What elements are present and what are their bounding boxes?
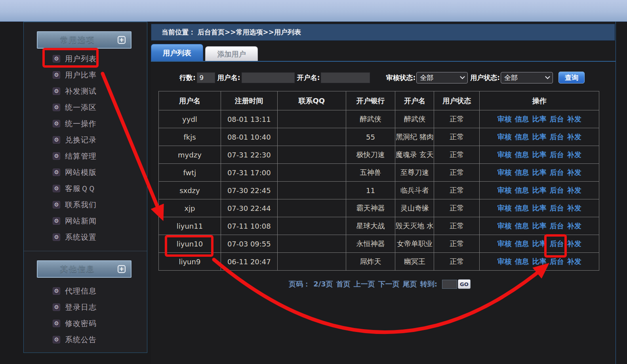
account-input[interactable] (321, 72, 370, 83)
reissue-link[interactable]: 补发 (567, 168, 581, 176)
backend-link[interactable]: 后台 (550, 115, 564, 123)
sidebar-item-change-password[interactable]: ⚙ 修改密码 (24, 315, 147, 332)
sidebar-item-login-log[interactable]: ⚙ 登录日志 (24, 299, 147, 315)
sidebar-item-service-qq[interactable]: ⚙ 客服ＱＱ (24, 180, 147, 197)
ratio-link[interactable]: 比率 (532, 239, 547, 248)
cell-qq (277, 217, 346, 235)
search-button[interactable]: 查询 (558, 72, 585, 83)
goto-page-input[interactable] (442, 280, 457, 289)
plus-icon[interactable]: + (118, 265, 126, 273)
info-link[interactable]: 信息 (515, 133, 529, 141)
info-link[interactable]: 信息 (515, 115, 529, 123)
reissue-link[interactable]: 补发 (567, 239, 581, 248)
backend-link[interactable]: 后台 (550, 204, 564, 212)
sidebar-item-reissue-test[interactable]: ⚙ 补发测试 (24, 83, 147, 99)
backend-link[interactable]: 后台 (550, 150, 564, 159)
audit-status-select[interactable]: 全部 (416, 72, 468, 83)
cell-qq (277, 235, 346, 253)
ratio-link[interactable]: 比率 (532, 186, 547, 194)
cell-status: 正常 (434, 253, 480, 271)
tab-user-list[interactable]: 用户列表 (151, 44, 203, 61)
sidebar-item-system-notice[interactable]: ⚙ 系统公告 (24, 332, 147, 348)
sidebar-list-other: ⚙ 代理信息 ⚙ 登录日志 ⚙ 修改密码 ⚙ 系统公告 (24, 283, 147, 348)
cell-reg-time: 08-01 10:40 (221, 128, 277, 146)
ratio-link[interactable]: 比率 (532, 257, 547, 265)
tab-add-user[interactable]: 添加用户 (205, 46, 258, 61)
ratio-link[interactable]: 比率 (532, 204, 547, 212)
backend-link[interactable]: 后台 (550, 186, 564, 194)
sidebar-section-common-options[interactable]: 常用选项 + (37, 31, 131, 49)
cell-status: 正常 (434, 128, 480, 146)
cell-reg-time: 07-03 09:55 (221, 235, 277, 253)
info-link[interactable]: 信息 (515, 150, 529, 159)
prev-page-link[interactable]: 上一页 (354, 279, 375, 289)
sidebar-section-other-info[interactable]: 其他信息 + (37, 260, 131, 278)
sidebar-item-system-settings[interactable]: ⚙ 系统设置 (24, 229, 147, 245)
cell-actions: 审核信息比率后台补发 (480, 217, 599, 235)
last-page-link[interactable]: 尾页 (403, 279, 417, 289)
reissue-link[interactable]: 补发 (567, 186, 581, 194)
ratio-link[interactable]: 比率 (532, 115, 547, 123)
username-input[interactable] (242, 72, 295, 83)
info-link[interactable]: 信息 (515, 257, 529, 265)
plus-icon[interactable]: + (118, 36, 126, 44)
info-link[interactable]: 信息 (515, 239, 529, 248)
sidebar-item-unified-add-zone[interactable]: ⚙ 统一添区 (24, 99, 147, 116)
sidebar-item-site-template[interactable]: ⚙ 网站模版 (24, 164, 147, 180)
info-link[interactable]: 信息 (515, 222, 529, 230)
sidebar-item-label: 网站模版 (65, 167, 97, 178)
audit-link[interactable]: 审核 (497, 257, 512, 265)
backend-link[interactable]: 后台 (550, 168, 564, 176)
sidebar-item-exchange-records[interactable]: ⚙ 兑换记录 (24, 132, 147, 148)
ratio-link[interactable]: 比率 (532, 133, 547, 141)
audit-link[interactable]: 审核 (497, 222, 512, 230)
sidebar-item-contact-us[interactable]: ⚙ 联系我们 (24, 197, 147, 213)
backend-link[interactable]: 后台 (550, 257, 564, 265)
audit-link[interactable]: 审核 (497, 204, 512, 212)
backend-link[interactable]: 后台 (550, 133, 564, 141)
ratio-link[interactable]: 比率 (532, 222, 547, 230)
sidebar-item-user-list[interactable]: ⚙ 用户列表 (24, 51, 147, 67)
audit-link[interactable]: 审核 (497, 150, 512, 159)
reissue-link[interactable]: 补发 (567, 150, 581, 159)
cell-reg-time: 07-30 22:45 (221, 182, 277, 199)
col-account: 开户名 (395, 91, 434, 110)
audit-link[interactable]: 审核 (497, 186, 512, 194)
reissue-link[interactable]: 补发 (567, 257, 581, 265)
cell-status: 正常 (434, 182, 480, 199)
info-link[interactable]: 信息 (515, 204, 529, 212)
ratio-link[interactable]: 比率 (532, 150, 547, 159)
table-header-row: 用户名 注册时间 联系QQ 开户银行 开户名 用户状态 操作 (159, 91, 599, 110)
sidebar-item-user-ratio[interactable]: ⚙ 用户比率 (24, 67, 147, 83)
audit-link[interactable]: 审核 (497, 115, 512, 123)
reissue-link[interactable]: 补发 (567, 133, 581, 141)
sidebar-item-site-news[interactable]: ⚙ 网站新闻 (24, 213, 147, 229)
backend-link[interactable]: 后台 (550, 239, 564, 248)
reissue-link[interactable]: 补发 (567, 222, 581, 230)
cell-account: 至尊刀速 (395, 164, 434, 182)
ratio-link[interactable]: 比率 (532, 168, 547, 176)
first-page-link[interactable]: 首页 (336, 279, 351, 289)
sidebar-item-label: 网站新闻 (65, 216, 97, 226)
cell-username: sxdzy (159, 182, 221, 199)
user-status-select[interactable]: 全部 (501, 72, 553, 83)
cell-account: 毁天灭地 水 (395, 217, 434, 235)
reissue-link[interactable]: 补发 (567, 115, 581, 123)
sidebar-item-label: 统一添区 (65, 102, 97, 113)
go-button[interactable]: GO (458, 279, 471, 289)
info-link[interactable]: 信息 (515, 168, 529, 176)
tab-underline (151, 61, 616, 62)
backend-link[interactable]: 后台 (550, 222, 564, 230)
reissue-link[interactable]: 补发 (567, 204, 581, 212)
next-page-link[interactable]: 下一页 (378, 279, 400, 289)
audit-link[interactable]: 审核 (497, 239, 512, 248)
info-link[interactable]: 信息 (515, 186, 529, 194)
rows-input[interactable] (197, 72, 215, 83)
sidebar-item-settlement[interactable]: ⚙ 结算管理 (24, 148, 147, 164)
table-row: fwtj 07-31 17:00 五神兽 至尊刀速 正常 审核信息比率后台补发 (159, 164, 599, 182)
sidebar-item-agent-info[interactable]: ⚙ 代理信息 (24, 283, 147, 299)
audit-link[interactable]: 审核 (497, 133, 512, 141)
audit-link[interactable]: 审核 (497, 168, 512, 176)
sidebar-item-unified-operation[interactable]: ⚙ 统一操作 (24, 116, 147, 132)
cell-actions: 审核信息比率后台补发 (480, 182, 599, 199)
